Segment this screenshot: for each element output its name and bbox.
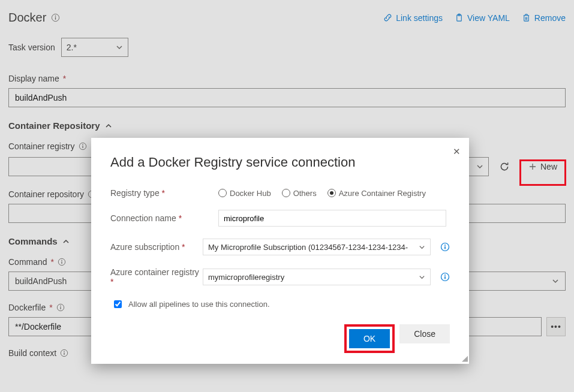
section-title: Commands: [8, 236, 58, 246]
required-marker: *: [162, 188, 165, 198]
required-marker: *: [182, 242, 185, 252]
close-icon[interactable]: ✕: [453, 146, 461, 157]
chevron-down-icon: [476, 163, 483, 170]
svg-rect-25: [444, 276, 446, 279]
dockerfile-label: Dockerfile: [8, 303, 46, 312]
radio-others[interactable]: Others: [282, 189, 317, 198]
radio-icon: [282, 189, 290, 197]
radio-label: Docker Hub: [230, 189, 271, 198]
azure-subscription-label: Azure subscription: [110, 242, 179, 252]
display-name-block: Display name *: [8, 74, 566, 107]
chevron-down-icon: [116, 44, 123, 51]
view-yaml-button[interactable]: View YAML: [455, 13, 510, 23]
radio-icon: [218, 189, 227, 197]
chevron-down-icon: [552, 278, 559, 285]
service-connection-dialog: ✕ Add a Docker Registry service connecti…: [91, 138, 469, 364]
task-version-label: Task version: [8, 43, 55, 52]
clipboard-icon: [455, 13, 464, 22]
connection-name-row: Connection name *: [110, 210, 450, 227]
container-registry-label: Container registry: [8, 141, 75, 151]
browse-button[interactable]: •••: [546, 317, 566, 336]
svg-point-12: [61, 260, 62, 261]
info-icon[interactable]: [79, 142, 87, 150]
display-name-label: Display name: [8, 74, 59, 83]
command-label: Command: [8, 257, 47, 267]
plus-icon: [528, 162, 537, 171]
connection-name-input[interactable]: [218, 210, 446, 227]
build-context-label: Build context: [8, 348, 56, 358]
svg-rect-2: [55, 17, 56, 20]
trash-icon: [522, 13, 531, 22]
container-repository-label: Container repository: [8, 189, 84, 199]
svg-point-24: [444, 275, 446, 276]
chevron-up-icon: [105, 122, 112, 129]
svg-point-15: [60, 306, 61, 307]
svg-point-21: [444, 245, 446, 246]
azure-subscription-row: Azure subscription * My Microprofile Sub…: [110, 239, 450, 255]
allow-all-checkbox-row[interactable]: Allow all pipelines to use this connecti…: [110, 298, 450, 310]
svg-point-18: [64, 351, 65, 352]
svg-point-1: [55, 16, 56, 17]
info-icon[interactable]: [58, 258, 66, 266]
link-settings-button[interactable]: Link settings: [383, 13, 443, 23]
svg-rect-19: [64, 352, 65, 355]
registry-type-radio-group: Docker Hub Others Azure Container Regist…: [218, 189, 450, 198]
registry-type-label: Registry type: [110, 188, 160, 198]
info-icon[interactable]: [56, 303, 65, 312]
chevron-up-icon: [62, 238, 70, 245]
azure-container-registry-label: Azure container registry: [110, 267, 199, 277]
required-marker: *: [49, 303, 52, 312]
remove-button[interactable]: Remove: [522, 13, 566, 23]
resize-grip-icon[interactable]: ◢: [462, 354, 468, 363]
dialog-title: Add a Docker Registry service connection: [110, 155, 450, 170]
view-yaml-label: View YAML: [467, 13, 510, 23]
info-icon[interactable]: [440, 242, 450, 252]
required-marker: *: [51, 257, 54, 267]
azure-subscription-value: My Microprofile Subscription (01234567-1…: [208, 243, 408, 252]
chevron-down-icon: [419, 274, 425, 281]
radio-acr[interactable]: Azure Container Registry: [327, 189, 426, 198]
svg-rect-13: [61, 261, 62, 264]
info-icon[interactable]: [440, 272, 450, 282]
link-settings-label: Link settings: [396, 13, 443, 23]
ok-button[interactable]: OK: [349, 329, 390, 348]
container-repository-section-header[interactable]: Container Repository: [8, 120, 566, 131]
new-label: New: [540, 162, 557, 171]
required-marker: *: [63, 74, 66, 83]
azure-container-registry-row: Azure container registry * mymicroprofil…: [110, 267, 450, 287]
svg-rect-7: [82, 146, 83, 148]
required-marker: *: [179, 213, 182, 223]
allow-all-checkbox[interactable]: [114, 300, 122, 308]
section-title: Container Repository: [8, 120, 100, 131]
required-marker: *: [110, 277, 113, 287]
registry-type-row: Registry type * Docker Hub Others Azure …: [110, 188, 450, 198]
info-icon[interactable]: [60, 349, 68, 357]
display-name-input[interactable]: [8, 88, 566, 107]
azure-subscription-select[interactable]: My Microprofile Subscription (01234567-1…: [203, 239, 431, 255]
svg-point-6: [82, 144, 83, 146]
header-actions: Link settings View YAML Remove: [383, 13, 566, 23]
link-icon: [383, 13, 392, 22]
page-title: Docker: [8, 11, 46, 25]
azure-container-registry-select[interactable]: mymicroprofileregistry: [203, 269, 431, 285]
ellipsis-icon: •••: [551, 322, 561, 331]
radio-docker-hub[interactable]: Docker Hub: [218, 189, 271, 198]
connection-name-label: Connection name: [110, 213, 176, 223]
radio-label: Azure Container Registry: [339, 189, 426, 198]
task-version-value: 2.*: [67, 43, 77, 52]
header-row: Docker Link settings View YAML Remove: [8, 11, 566, 25]
annotation-highlight-ok: OK: [344, 324, 395, 353]
close-button[interactable]: Close: [399, 324, 450, 343]
command-value: buildAndPush: [15, 276, 67, 286]
svg-rect-22: [444, 246, 446, 249]
task-version-row: Task version 2.*: [8, 38, 566, 57]
task-version-select[interactable]: 2.*: [61, 38, 128, 57]
info-icon[interactable]: [51, 13, 60, 22]
dialog-button-row: OK Close: [110, 324, 450, 353]
new-button[interactable]: New: [520, 156, 566, 177]
refresh-icon: [499, 161, 510, 172]
radio-label: Others: [293, 189, 317, 198]
refresh-button[interactable]: [495, 157, 514, 176]
azure-container-registry-value: mymicroprofileregistry: [208, 273, 284, 282]
allow-all-label: Allow all pipelines to use this connecti…: [128, 300, 270, 309]
